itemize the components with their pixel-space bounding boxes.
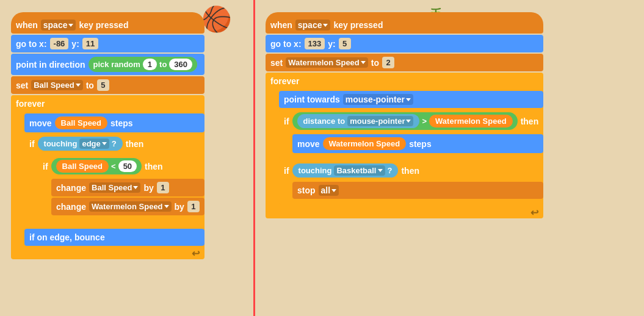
right-key-dropdown[interactable]: space — [295, 20, 331, 31]
left-forever-body: move Ball Speed steps if touching edge — [11, 112, 204, 247]
touching-label: touching — [44, 139, 78, 148]
point-label: point in direction — [16, 60, 85, 70]
basketball-dropdown[interactable]: Basketball — [334, 165, 385, 176]
left-forever-c: forever move Ball Speed steps if — [11, 95, 204, 259]
left-change-speed-block[interactable]: change Ball Speed by 1 — [51, 179, 204, 196]
basketball-value: Basketball — [336, 166, 376, 175]
left-goto-block[interactable]: go to x: -86 y: 11 — [11, 35, 204, 52]
distance-block[interactable]: distance to mouse-pointer — [297, 114, 420, 128]
watermelon-speed-var-change[interactable]: Watermelon Speed — [89, 201, 172, 212]
right-key-pressed-label: key pressed — [333, 20, 383, 30]
left-bounce-block[interactable]: if on edge, bounce — [24, 229, 204, 246]
reporter-var-label: Ball Speed — [61, 118, 101, 127]
speed-value[interactable]: 5 — [97, 79, 109, 91]
right-forever-c: forever point towards mouse-pointer if — [266, 73, 543, 218]
forever-label: forever — [16, 99, 45, 109]
left-hat-block[interactable]: when space key pressed — [11, 12, 204, 34]
move-label: move — [29, 118, 52, 128]
key-pressed-label: key pressed — [79, 20, 128, 30]
pick-random-block[interactable]: pick random 1 to 360 — [89, 57, 198, 72]
pick-to-value[interactable]: 360 — [169, 59, 192, 70]
watermelon-speed-reporter-move[interactable]: Watermelon Speed — [323, 137, 407, 150]
basketball-arrow — [378, 169, 383, 172]
mouse-pointer-dropdown[interactable]: mouse-pointer — [343, 94, 413, 105]
right-set-speed-block[interactable]: set Watermelon Speed to 2 — [266, 54, 543, 71]
right-goto-block[interactable]: go to x: 133 y: 5 — [266, 35, 543, 52]
right-point-towards-block[interactable]: point towards mouse-pointer — [279, 91, 543, 108]
change2-value[interactable]: 1 — [187, 201, 200, 212]
right-if-label: if — [284, 117, 289, 126]
change-var-label: Ball Speed — [92, 183, 132, 192]
edge-dropdown[interactable]: edge — [79, 138, 109, 149]
change1-value[interactable]: 1 — [157, 182, 169, 193]
pick-from-value[interactable]: 1 — [143, 59, 157, 70]
stop-arrow — [331, 189, 336, 192]
change-label: change — [56, 183, 86, 193]
stop-value: all — [321, 185, 331, 195]
right-stop-block[interactable]: stop all — [292, 182, 543, 199]
if-label: if — [29, 139, 35, 149]
left-if-speed-header[interactable]: if Ball Speed < 50 then — [38, 155, 204, 178]
goto-x-value[interactable]: -86 — [50, 38, 69, 49]
right-then-label: then — [521, 117, 539, 126]
to-label: to — [86, 81, 94, 90]
right-refresh-icon: ↩ — [530, 207, 538, 218]
cmp-var-label: Ball Speed — [62, 162, 103, 171]
ball-speed-reporter-move[interactable]: Ball Speed — [55, 117, 107, 129]
change2-var-label: Watermelon Speed — [92, 202, 163, 211]
right-move-block[interactable]: move Watermelon Speed steps — [292, 134, 543, 153]
right-if-touch-body: stop all — [279, 181, 543, 200]
watermelon-speed-var-set[interactable]: Watermelon Speed — [286, 57, 368, 68]
touching-basketball-block[interactable]: touching Basketball ? — [292, 163, 399, 178]
goto-label: go to x: — [16, 39, 47, 49]
right-goto-label: go to x: — [270, 39, 302, 49]
right-if-dist-header[interactable]: if distance to mouse-pointer > — [279, 109, 543, 133]
left-set-speed-block[interactable]: set Ball Speed to 5 — [11, 76, 204, 94]
left-point-block[interactable]: point in direction pick random 1 to 360 — [11, 54, 204, 75]
stop-dropdown[interactable]: all — [319, 185, 339, 196]
right-speed-value[interactable]: 2 — [382, 57, 394, 68]
ball-speed-var-change[interactable]: Ball Speed — [89, 182, 140, 193]
by2-label: by — [175, 202, 184, 212]
right-hat-block[interactable]: when space key pressed — [266, 12, 543, 34]
ball-speed-reporter-cmp[interactable]: Ball Speed — [56, 160, 109, 173]
steps-label: steps — [110, 118, 133, 128]
right-goto-y-value[interactable]: 5 — [339, 38, 351, 49]
when-label: when — [16, 20, 38, 30]
right-if-touch-header[interactable]: if touching Basketball ? then — [279, 160, 543, 181]
left-if-speed-c: if Ball Speed < 50 then — [38, 155, 204, 221]
right-if-touch-footer — [279, 200, 543, 205]
left-forever-footer: ↩ — [11, 247, 204, 259]
key-arrow — [68, 24, 73, 27]
right-if2-label: if — [284, 166, 289, 176]
stop-label: stop — [297, 185, 316, 195]
if2-label: if — [43, 162, 48, 171]
right-if-dist-body: move Watermelon Speed steps — [279, 133, 543, 154]
left-forever-header[interactable]: forever — [11, 95, 204, 112]
right-steps-label: steps — [409, 139, 432, 149]
right-goto-x-value[interactable]: 133 — [305, 38, 325, 49]
goto-y-value[interactable]: 11 — [82, 38, 98, 49]
ball-speed-var-set[interactable]: Ball Speed — [31, 80, 82, 90]
key-dropdown[interactable]: space — [41, 20, 76, 31]
watermelon-speed-reporter[interactable]: Watermelon Speed — [429, 115, 513, 127]
right-forever-header[interactable]: forever — [266, 73, 543, 90]
left-if-edge-c: if touching edge ? then — [24, 134, 204, 228]
touching-edge-block[interactable]: touching edge ? — [38, 137, 123, 151]
q2-label: ? — [388, 166, 393, 175]
mouse-pointer-arrow — [406, 98, 411, 101]
left-change-watermelon-block[interactable]: change Watermelon Speed by 1 — [51, 198, 204, 215]
left-move-block[interactable]: move Ball Speed steps — [24, 113, 204, 132]
right-reporter-var-label: Watermelon Speed — [329, 139, 400, 148]
dist-compare-block[interactable]: distance to mouse-pointer > Watermelon S… — [292, 112, 518, 130]
right-then2-label: then — [401, 166, 419, 176]
right-key-value: space — [298, 20, 322, 30]
dist-dropdown[interactable]: mouse-pointer — [347, 116, 413, 126]
pick-random-label: pick random — [93, 60, 140, 69]
goto-y-label: y: — [71, 39, 79, 49]
compare-block[interactable]: Ball Speed < 50 — [51, 158, 142, 174]
left-if-edge-header[interactable]: if touching edge ? then — [24, 134, 204, 154]
cmp-value[interactable]: 50 — [118, 160, 137, 172]
right-key-arrow — [323, 24, 328, 27]
right-forever-body: point towards mouse-pointer if distance … — [266, 90, 543, 206]
